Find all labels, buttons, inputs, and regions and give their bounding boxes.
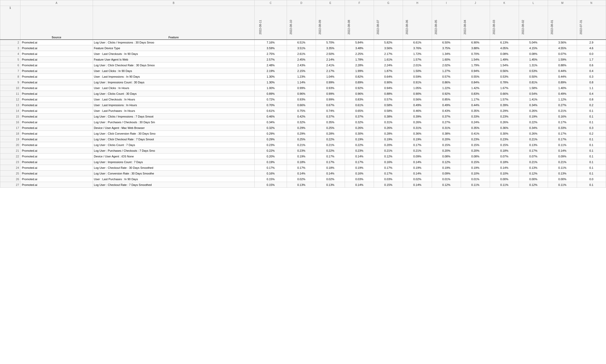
cell-value-h: 1.72%: [403, 51, 432, 57]
cell-value-f: 0.23%: [345, 148, 374, 154]
cell-value-c: 1.00%: [255, 85, 287, 91]
cell-value-k: 0.56%: [490, 68, 519, 74]
cell-value-d: 0.17%: [287, 165, 316, 171]
cell-value-c: 0.34%: [255, 119, 287, 125]
table-row: 4Promoted.aiUser : Last Checkouts : In 9…: [0, 51, 606, 57]
col-letter-d: D: [287, 0, 316, 6]
cell-value-d: 1.14%: [287, 79, 316, 85]
cell-value-d: 0.21%: [287, 142, 316, 148]
cell-feature: Log User : Clicks / Impressions : 30 Day…: [93, 40, 255, 45]
cell-value-n: 0.1: [577, 159, 606, 165]
cell-value-h: 0.90%: [403, 91, 432, 97]
cell-value-j: 0.19%: [461, 165, 490, 171]
cell-value-l: 1.31%: [519, 62, 548, 68]
cell-value-m: 1.12%: [548, 97, 577, 102]
cell-value-i: 1.34%: [432, 51, 461, 57]
cell-feature: Log User : Click Checkout Rate : 7 Days …: [93, 136, 255, 142]
cell-value-m: 0.07%: [548, 51, 577, 57]
cell-value-h: 1.05%: [403, 85, 432, 91]
header-date-5: 2022-08-06: [403, 6, 432, 40]
cell-value-n: 1.7: [577, 57, 606, 62]
header-date-10: 2022-08-01: [548, 6, 577, 40]
table-row: 21Promoted.aiLog User : Purchases / Chec…: [0, 148, 606, 154]
cell-value-i: 0.19%: [432, 165, 461, 171]
cell-feature: Log User : Impressions Count : 7 Days: [93, 159, 255, 165]
cell-value-l: 0.50%: [519, 74, 548, 79]
cell-value-e: 0.37%: [316, 114, 345, 119]
cell-source: Promoted.ai: [20, 148, 93, 154]
table-row: 19Promoted.aiLog User : Click Checkout R…: [0, 136, 606, 142]
cell-value-h: 1.57%: [403, 57, 432, 62]
row-number: 19: [0, 136, 20, 142]
cell-value-e: 0.99%: [316, 97, 345, 102]
cell-value-m: 1.40%: [548, 85, 577, 91]
cell-value-c: 0.23%: [255, 142, 287, 148]
cell-value-h: 0.49%: [403, 102, 432, 108]
table-row: 5Promoted.aiFeature User Agent Is Web2.5…: [0, 57, 606, 62]
cell-source: Promoted.ai: [20, 62, 93, 68]
cell-feature: Log User : Click Conversion Rate : 30 Da…: [93, 131, 255, 136]
cell-value-m: 3.56%: [548, 40, 577, 45]
cell-value-f: 0.92%: [345, 85, 374, 91]
cell-value-f: 0.17%: [345, 159, 374, 165]
cell-value-k: 0.66%: [490, 91, 519, 97]
header-date-3: 2022-08-08: [345, 6, 374, 40]
header-date-1: 2022-08-10: [287, 6, 316, 40]
cell-value-k: 0.29%: [490, 108, 519, 114]
cell-value-c: 3.59%: [255, 45, 287, 51]
cell-feature: User : Last Clicks : In Hours: [93, 85, 255, 91]
cell-feature: Log User : Purchases / Checkouts : 30 Da…: [93, 119, 255, 125]
table-row: 2Promoted.aiLog User : Clicks / Impressi…: [0, 40, 606, 45]
cell-value-e: 2.14%: [316, 57, 345, 62]
cell-value-c: 1.30%: [255, 74, 287, 79]
cell-value-n: 0.1: [577, 171, 606, 176]
cell-value-c: 2.57%: [255, 57, 287, 62]
cell-value-f: 0.30%: [345, 131, 374, 136]
cell-value-l: 1.45%: [519, 57, 548, 62]
cell-value-g: 1.61%: [374, 57, 403, 62]
col-letter-j: J: [461, 0, 490, 6]
cell-value-h: 0.17%: [403, 142, 432, 148]
cell-value-i: 1.22%: [432, 85, 461, 91]
cell-value-h: 2.01%: [403, 62, 432, 68]
header-date-2: 2022-08-09: [316, 6, 345, 40]
row-number: 20: [0, 142, 20, 148]
cell-value-c: 0.15%: [255, 176, 287, 182]
cell-value-l: 0.08%: [519, 51, 548, 57]
cell-value-m: 0.11%: [548, 182, 577, 188]
cell-value-i: 0.12%: [432, 159, 461, 165]
cell-value-k: 4.05%: [490, 45, 519, 51]
col-letter-f: F: [345, 0, 374, 6]
column-letters-row: A B C D E F G H I J K L M N: [0, 0, 606, 6]
cell-feature: Log User : Clicks / Impressions : 7 Days…: [93, 114, 255, 119]
cell-value-g: 0.03%: [374, 176, 403, 182]
cell-feature: User : Last Checkouts : In Hours: [93, 97, 255, 102]
cell-value-g: 0.19%: [374, 136, 403, 142]
cell-source: Promoted.ai: [20, 68, 93, 74]
table-row: 23Promoted.aiLog User : Impressions Coun…: [0, 159, 606, 165]
cell-value-c: 0.22%: [255, 148, 287, 154]
date-label-1: 2022-08-10: [290, 20, 313, 34]
cell-value-i: 0.57%: [432, 74, 461, 79]
row-number: 14: [0, 108, 20, 114]
cell-feature: Feature User Agent Is Web: [93, 57, 255, 62]
cell-value-l: 0.26%: [519, 108, 548, 114]
cell-source: Promoted.ai: [20, 108, 93, 114]
cell-value-g: 0.31%: [374, 119, 403, 125]
cell-value-n: 0.4: [577, 68, 606, 74]
row-number: 25: [0, 171, 20, 176]
cell-value-k: 0.10%: [490, 171, 519, 176]
table-row: 15Promoted.aiLog User : Clicks / Impress…: [0, 114, 606, 119]
cell-value-d: 2.61%: [287, 51, 316, 57]
cell-value-g: 0.57%: [374, 97, 403, 102]
cell-source: Promoted.ai: [20, 119, 93, 125]
row-number: 17: [0, 125, 20, 131]
cell-value-n: 0.2: [577, 102, 606, 108]
table-row: 22Promoted.aiDevice / User Agent : iOS N…: [0, 154, 606, 159]
cell-value-e: 0.17%: [316, 154, 345, 159]
cell-value-k: 0.39%: [490, 102, 519, 108]
cell-value-d: 0.23%: [287, 148, 316, 154]
cell-value-i: 0.01%: [432, 176, 461, 182]
cell-source: Promoted.ai: [20, 114, 93, 119]
cell-value-d: 0.14%: [287, 171, 316, 176]
